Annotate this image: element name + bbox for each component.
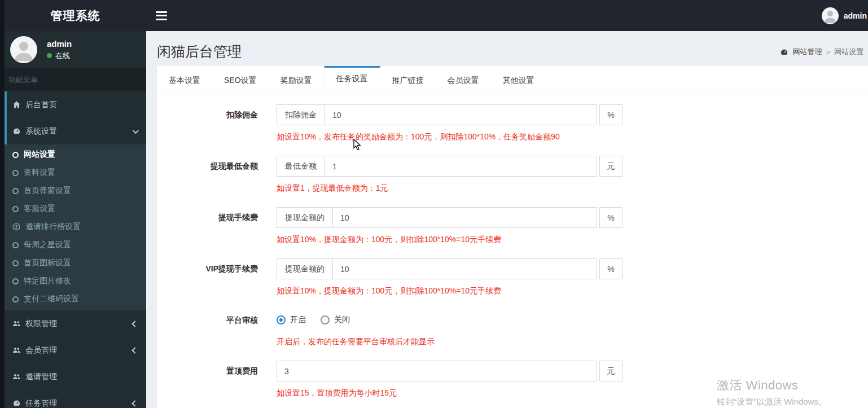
platform-audit-radio-off[interactable]: 关闭 [321, 315, 350, 325]
form-row-vip-withdrawal-fee: VIP提现手续费 提现金额的 % 如设置10%，提现金额为：100元，则扣除10… [157, 258, 868, 296]
tab-basic-settings[interactable]: 基本设置 [157, 66, 212, 93]
sidebar-subitem-profile-settings[interactable]: 资料设置 [5, 164, 146, 182]
breadcrumb-root[interactable]: 网站管理 [792, 47, 822, 57]
sidebar-submenu-system: 网站设置 资料设置 首页弹窗设置 客服设置 [5, 144, 146, 310]
field-help-text: 如设置10%，提现金额为：100元，则扣除100*10%=10元手续费 [277, 234, 622, 245]
sidebar-subitem-weekly-star-settings[interactable]: 每周之星设置 [5, 236, 146, 254]
sidebar-item-task-management[interactable]: 任务管理 [5, 390, 146, 408]
sidebar-subitem-customer-service-settings[interactable]: 客服设置 [5, 200, 146, 218]
field-label: VIP提现手续费 [157, 258, 258, 279]
user-avatar-icon [822, 7, 839, 24]
users-icon [12, 372, 21, 381]
topbar-user-menu[interactable]: admin [822, 7, 868, 24]
sidebar-item-system-settings[interactable]: 系统设置 [5, 118, 146, 144]
input-addon: 最低金额 [277, 156, 325, 176]
topbar: 管理系统 admin [0, 0, 868, 31]
sidebar-item-admin-home[interactable]: 后台首页 [5, 91, 146, 118]
app-logo[interactable]: 管理系统 [5, 8, 146, 24]
tab-seo-settings[interactable]: SEO设置 [212, 66, 269, 93]
vip-withdrawal-fee-input[interactable] [333, 259, 597, 279]
sidebar-subitem-invite-ranking-settings[interactable]: 邀请排行榜设置 [5, 218, 146, 236]
chevron-down-icon [133, 127, 139, 133]
unit-label: % [599, 207, 622, 228]
topbar-username: admin [844, 11, 867, 20]
circle-icon [12, 242, 19, 248]
content-header: 闲猫后台管理 网站管理 > 网站设置 [146, 31, 868, 66]
dashboard-icon [12, 127, 21, 135]
circle-icon [12, 206, 19, 212]
sidebar-subitem-website-settings[interactable]: 网站设置 [5, 146, 146, 164]
sidebar-section-header: 功能菜单 [5, 68, 146, 91]
circle-icon [12, 296, 19, 302]
sidebar-subitem-homepage-popup-settings[interactable]: 首页弹窗设置 [5, 182, 146, 200]
field-help-text: 开启后，发布的任务需要平台审核后才能显示 [277, 336, 435, 347]
chevron-left-icon [131, 347, 138, 353]
chevron-left-icon [131, 400, 138, 406]
page-title: 闲猫后台管理 [157, 42, 868, 61]
breadcrumb-current: 网站设置 [834, 47, 863, 57]
circle-icon [12, 188, 19, 194]
radio-unchecked-icon[interactable] [321, 315, 330, 324]
field-label: 提现最低金额 [157, 156, 258, 176]
sidebar-subitem-payment-qrcode-settings[interactable]: 支付二维码设置 [5, 290, 146, 308]
form-row-platform-audit: 平台审核 开启 关闭 [157, 310, 868, 347]
unit-label: % [599, 104, 622, 125]
form-row-commission-deduction: 扣除佣金 扣除佣金 % 如设置10%，发布任务的奖励金额为：100元，则扣除10… [157, 104, 868, 142]
withdrawal-fee-input[interactable] [333, 208, 597, 227]
input-addon: 提现金额的 [277, 208, 333, 227]
sidebar-avatar [10, 36, 37, 63]
field-label: 提现手续费 [157, 207, 258, 227]
tab-task-settings[interactable]: 任务设置 [324, 66, 380, 93]
settings-card: 基本设置 SEO设置 奖励设置 任务设置 推广链接 会员设置 其他设置 扣除佣金 [157, 66, 868, 408]
users-icon [12, 346, 21, 354]
pin-top-fee-input[interactable] [277, 361, 597, 381]
circle-icon [12, 152, 19, 158]
tab-member-settings[interactable]: 会员设置 [436, 66, 491, 93]
chevron-left-icon [131, 321, 138, 327]
circle-icon [12, 260, 19, 266]
breadcrumb: 网站管理 > 网站设置 [780, 47, 863, 57]
sidebar-item-member-management[interactable]: 会员管理 [5, 337, 146, 363]
main-content: 闲猫后台管理 网站管理 > 网站设置 基本设置 SEO设置 奖励设置 任务设置 … [146, 31, 868, 408]
sidebar-toggle-icon[interactable] [156, 11, 167, 20]
form-row-withdrawal-fee: 提现手续费 提现金额的 % 如设置10%，提现金额为：100元，则扣除100*1… [157, 207, 868, 245]
field-label: 平台审核 [157, 310, 258, 330]
field-help-text: 如设置10%，提现金额为：100元，则扣除100*10%=10元手续费 [277, 285, 622, 296]
sidebar-user-panel: admin 在线 [5, 31, 146, 68]
tab-reward-settings[interactable]: 奖励设置 [269, 66, 324, 93]
task-settings-form: 扣除佣金 扣除佣金 % 如设置10%，发布任务的奖励金额为：100元，则扣除10… [157, 93, 868, 408]
sidebar-user-status: 在线 [47, 51, 72, 61]
sidebar: admin 在线 功能菜单 后台首页 [0, 31, 146, 408]
unit-label: 元 [599, 156, 622, 177]
breadcrumb-separator: > [826, 48, 830, 56]
field-help-text: 如设置15，置顶费用为每小时15元 [277, 387, 622, 398]
min-withdrawal-input[interactable] [325, 156, 597, 176]
user-circle-icon [12, 223, 20, 231]
form-row-min-withdrawal: 提现最低金额 最低金额 元 如设置1，提现最低金额为：1元 [157, 156, 868, 194]
home-icon [12, 100, 21, 109]
dashboard-icon [780, 48, 788, 56]
sidebar-subitem-specific-image-edit[interactable]: 特定图片修改 [5, 272, 146, 290]
online-status-icon [47, 53, 52, 58]
input-addon: 扣除佣金 [277, 105, 325, 125]
commission-deduction-input[interactable] [325, 105, 597, 125]
sidebar-menu: 后台首页 系统设置 网站设置 资料设置 [5, 91, 146, 408]
circle-icon [12, 278, 19, 284]
users-icon [12, 319, 21, 328]
field-label: 扣除佣金 [157, 104, 258, 125]
tab-promo-link[interactable]: 推广链接 [380, 66, 436, 93]
sidebar-user-name: admin [47, 39, 72, 49]
admin-screen: 管理系统 admin admin 在线 [0, 0, 868, 408]
input-addon: 提现金额的 [277, 259, 333, 279]
sidebar-item-permission-management[interactable]: 权限管理 [5, 310, 146, 337]
settings-tabs: 基本设置 SEO设置 奖励设置 任务设置 推广链接 会员设置 其他设置 [157, 66, 868, 93]
radio-checked-icon[interactable] [277, 315, 286, 324]
sidebar-subitem-homepage-icon-settings[interactable]: 首页图标设置 [5, 254, 146, 272]
sidebar-item-invite-management[interactable]: 邀请管理 [5, 363, 146, 390]
field-help-text: 如设置1，提现最低金额为：1元 [277, 182, 622, 194]
tab-other-settings[interactable]: 其他设置 [491, 66, 546, 93]
field-label: 置顶费用 [157, 361, 258, 381]
unit-label: 元 [599, 361, 622, 381]
form-row-pin-top-fee: 置顶费用 元 如设置15，置顶费用为每小时15元 [157, 361, 868, 398]
platform-audit-radio-on[interactable]: 开启 [277, 315, 306, 325]
